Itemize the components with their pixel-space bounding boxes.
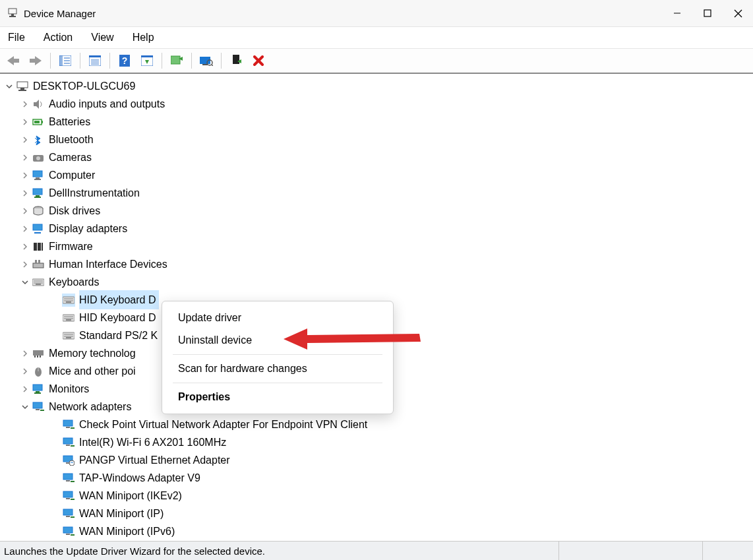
svg-rect-0	[9, 9, 16, 14]
chevron-right-icon[interactable]	[20, 170, 30, 181]
tree-category[interactable]: Firmware	[0, 237, 753, 255]
context-menu-scan[interactable]: Scan for hardware changes	[162, 358, 393, 380]
spacer	[50, 330, 61, 341]
tree-category[interactable]: Batteries	[0, 113, 753, 131]
chevron-right-icon[interactable]	[20, 152, 30, 163]
monitor-icon	[32, 187, 45, 200]
spacer	[50, 491, 61, 501]
svg-marker-23	[145, 60, 149, 64]
toolbar-enable-button[interactable]	[227, 51, 245, 70]
tree-category[interactable]: Display adapters	[0, 220, 753, 237]
chevron-right-icon[interactable]	[20, 117, 30, 127]
maximize-button[interactable]	[692, 0, 723, 26]
network-icon	[62, 418, 75, 431]
keyboard-icon	[62, 294, 75, 307]
tree-category[interactable]: Bluetooth	[0, 131, 753, 148]
spacer	[50, 526, 61, 537]
tree-category[interactable]: Computer	[0, 166, 753, 184]
titlebar: Device Manager	[0, 0, 753, 27]
keyboard-icon	[62, 311, 75, 325]
chevron-down-icon[interactable]	[4, 81, 15, 92]
svg-rect-69	[66, 319, 71, 321]
chevron-right-icon[interactable]	[20, 188, 30, 199]
tree-category[interactable]: Cameras	[0, 148, 753, 166]
context-menu-uninstall-device[interactable]: Uninstall device	[162, 329, 393, 352]
svg-rect-43	[33, 171, 42, 177]
chevron-down-icon[interactable]	[20, 277, 30, 288]
monitor-icon	[32, 383, 45, 396]
context-menu-update-driver[interactable]: Update driver	[162, 307, 393, 329]
svg-rect-105	[66, 534, 70, 535]
chevron-right-icon[interactable]	[20, 384, 30, 394]
toolbar-update-driver-button[interactable]	[167, 51, 186, 70]
chevron-right-icon[interactable]	[20, 366, 30, 377]
bluetooth-icon	[32, 133, 45, 146]
tree-category-label: Batteries	[49, 113, 90, 131]
tree-device[interactable]: Check Point Virtual Network Adapter For …	[0, 416, 753, 433]
tree-device[interactable]: TAP-Windows Adapter V9	[0, 469, 753, 487]
tree-category[interactable]: Human Interface Devices	[0, 255, 753, 273]
tree-category[interactable]: Disk drives	[0, 202, 753, 220]
toolbar-back-button[interactable]	[4, 51, 22, 70]
tree-category[interactable]: DellInstrumentation	[0, 184, 753, 202]
tree-device[interactable]: WAN Miniport (IP)	[0, 505, 753, 522]
svg-rect-96	[66, 480, 70, 482]
tree-root-label: DESKTOP-ULGCU69	[33, 77, 135, 95]
speaker-icon	[32, 98, 45, 111]
svg-rect-99	[66, 498, 70, 499]
close-button[interactable]	[723, 0, 753, 26]
chevron-right-icon[interactable]	[20, 99, 30, 109]
spacer	[50, 437, 61, 448]
tree-device-label: TAP-Windows Adapter V9	[79, 469, 200, 487]
toolbar-uninstall-button[interactable]	[249, 51, 268, 70]
menu-help[interactable]: Help	[131, 30, 156, 45]
tree-category-label: Human Interface Devices	[49, 255, 167, 273]
tree-category-label: Memory technolog	[49, 344, 136, 362]
tree-device[interactable]: WAN Miniport (IKEv2)	[0, 487, 753, 505]
svg-rect-50	[33, 224, 42, 230]
svg-line-29	[212, 65, 213, 66]
chevron-right-icon[interactable]	[20, 206, 30, 216]
tree-device-label: WAN Miniport (IKEv2)	[79, 487, 182, 505]
camera-icon	[32, 151, 45, 164]
tree-category[interactable]: Audio inputs and outputs	[0, 95, 753, 113]
minimize-button[interactable]	[662, 0, 692, 26]
chevron-right-icon[interactable]	[20, 259, 30, 270]
tree-device[interactable]: WAN Miniport (IPv6)	[0, 522, 753, 540]
menu-action[interactable]: Action	[42, 30, 74, 45]
svg-rect-86	[63, 420, 73, 426]
tree-root[interactable]: DESKTOP-ULGCU69	[0, 77, 753, 95]
chevron-right-icon[interactable]	[20, 135, 30, 145]
tree-category[interactable]: Keyboards	[0, 273, 753, 291]
toolbar-scan-button[interactable]	[197, 51, 216, 70]
spacer	[50, 455, 61, 466]
statusbar-text: Launches the Update Driver Wizard for th…	[0, 542, 559, 560]
menubar: File Action View Help	[0, 27, 753, 49]
tree-device-label: PANGP Virtual Ethernet Adapter	[79, 451, 230, 469]
chevron-right-icon[interactable]	[20, 348, 30, 359]
menu-view[interactable]: View	[90, 30, 115, 45]
menu-file[interactable]: File	[7, 30, 26, 45]
computer-icon	[32, 169, 45, 182]
chevron-down-icon[interactable]	[20, 402, 30, 412]
toolbar-properties-button[interactable]	[86, 51, 104, 70]
svg-rect-35	[20, 88, 24, 90]
svg-rect-77	[40, 356, 41, 358]
tree-category-label: Mice and other poi	[49, 362, 136, 380]
svg-rect-53	[38, 243, 41, 251]
svg-rect-47	[36, 195, 40, 197]
tree-device[interactable]: Intel(R) Wi-Fi 6 AX201 160MHz	[0, 433, 753, 451]
tree-device[interactable]: PANGP Virtual Ethernet Adapter	[0, 451, 753, 469]
svg-rect-104	[63, 527, 73, 533]
toolbar-help-button[interactable]: ?	[115, 51, 134, 70]
toolbar-action-button[interactable]	[138, 51, 156, 70]
context-menu-properties[interactable]: Properties	[162, 386, 393, 408]
tree-device-label: WAN Miniport (IP)	[79, 505, 164, 522]
toolbar-forward-button[interactable]	[26, 51, 45, 70]
chevron-right-icon[interactable]	[20, 224, 30, 234]
network-ext-icon	[62, 454, 75, 467]
chevron-right-icon[interactable]	[20, 241, 30, 252]
tree-device-label: Intel(R) Wi-Fi 6 AX201 160MHz	[79, 433, 226, 451]
toolbar-show-hidden-button[interactable]	[56, 51, 75, 70]
svg-rect-76	[37, 356, 38, 358]
